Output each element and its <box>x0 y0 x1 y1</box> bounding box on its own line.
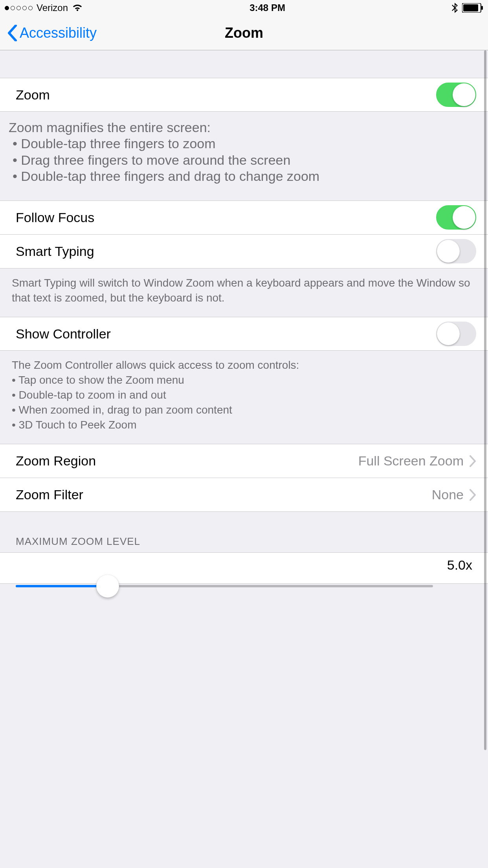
follow-focus-label: Follow Focus <box>16 210 94 225</box>
zoom-label: Zoom <box>16 87 50 103</box>
max-zoom-slider-row[interactable]: 5.0x <box>0 552 488 584</box>
clock: 3:48 PM <box>250 2 285 13</box>
zoom-filter-row[interactable]: Zoom Filter None <box>0 478 488 512</box>
slider-thumb[interactable] <box>96 575 119 598</box>
follow-focus-toggle[interactable] <box>436 205 476 230</box>
smart-typing-description: Smart Typing will switch to Window Zoom … <box>0 268 488 317</box>
show-controller-toggle[interactable] <box>436 322 476 346</box>
svg-rect-2 <box>481 6 483 10</box>
show-controller-label: Show Controller <box>16 326 111 342</box>
zoom-toggle[interactable] <box>436 83 476 107</box>
back-button[interactable]: Accessibility <box>0 25 97 41</box>
smart-typing-label: Smart Typing <box>16 244 94 259</box>
chevron-right-icon <box>469 455 476 467</box>
max-zoom-slider[interactable] <box>16 585 433 587</box>
svg-rect-1 <box>463 4 478 11</box>
wifi-icon <box>72 4 83 12</box>
zoom-region-value: Full Screen Zoom <box>358 453 464 469</box>
zoom-row[interactable]: Zoom <box>0 78 488 112</box>
scroll-indicator <box>484 50 486 750</box>
zoom-description: Zoom magnifies the entire screen: Double… <box>0 112 488 200</box>
back-label: Accessibility <box>20 25 97 41</box>
show-controller-row[interactable]: Show Controller <box>0 317 488 351</box>
nav-bar: Accessibility Zoom <box>0 16 488 50</box>
battery-icon <box>462 3 483 13</box>
chevron-right-icon <box>469 489 476 501</box>
zoom-region-label: Zoom Region <box>16 453 96 469</box>
zoom-filter-value: None <box>432 487 464 502</box>
status-bar: Verizon 3:48 PM <box>0 0 488 16</box>
controller-description: The Zoom Controller allows quick access … <box>0 351 488 444</box>
signal-dots-icon <box>5 6 33 10</box>
max-zoom-section-header: MAXIMUM ZOOM LEVEL <box>0 512 488 552</box>
carrier-label: Verizon <box>37 2 68 13</box>
settings-content[interactable]: Zoom Zoom magnifies the entire screen: D… <box>0 50 488 868</box>
max-zoom-value: 5.0x <box>447 557 472 573</box>
zoom-filter-label: Zoom Filter <box>16 487 83 502</box>
chevron-left-icon <box>7 25 17 41</box>
follow-focus-row[interactable]: Follow Focus <box>0 201 488 235</box>
smart-typing-row[interactable]: Smart Typing <box>0 235 488 268</box>
smart-typing-toggle[interactable] <box>436 239 476 263</box>
zoom-region-row[interactable]: Zoom Region Full Screen Zoom <box>0 444 488 478</box>
bluetooth-icon <box>452 3 458 13</box>
